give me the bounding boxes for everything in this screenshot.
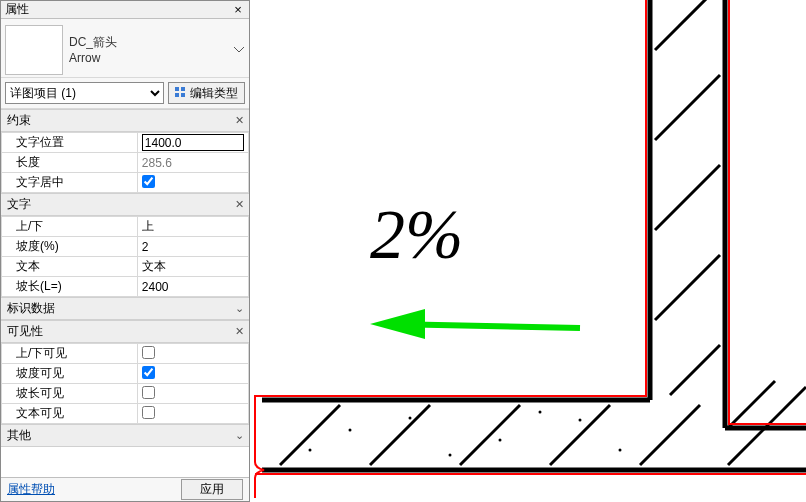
input-text-position[interactable] [142, 134, 244, 151]
properties-panel: 属性 × DC_箭头 Arrow 详图项目 (1) 编辑类型 约束 ✕ [0, 0, 250, 502]
type-selector[interactable]: DC_箭头 Arrow [1, 19, 249, 78]
cell-text-center[interactable] [137, 173, 248, 193]
svg-point-22 [349, 429, 352, 432]
svg-line-18 [370, 405, 430, 465]
property-grid: 约束 ✕ 文字位置 长度 285.6 文字居中 文字 [1, 109, 249, 477]
svg-point-28 [539, 411, 542, 414]
label-slope-visible: 坡度可见 [2, 364, 138, 384]
svg-line-21 [640, 405, 700, 465]
chevron-down-icon [234, 47, 244, 53]
svg-rect-1 [181, 87, 185, 91]
svg-point-29 [619, 449, 622, 452]
slope-annotation-text: 2% [370, 200, 463, 270]
expand-icon[interactable]: ⌄ [235, 302, 243, 315]
row-slope-visible: 坡度可见 [2, 364, 249, 384]
svg-line-20 [550, 405, 610, 465]
group-other-header[interactable]: 其他 ⌄ [1, 424, 249, 447]
label-len-visible: 坡长可见 [2, 384, 138, 404]
checkbox-slope-visible[interactable] [142, 366, 155, 379]
group-other-title: 其他 [7, 427, 31, 444]
cell-ud-visible[interactable] [137, 344, 248, 364]
group-constraints-title: 约束 [7, 112, 31, 129]
cell-len-visible[interactable] [137, 384, 248, 404]
edit-type-button[interactable]: 编辑类型 [168, 82, 245, 104]
svg-point-24 [499, 439, 502, 442]
row-len-visible: 坡长可见 [2, 384, 249, 404]
value-slope-len[interactable]: 2400 [137, 277, 248, 297]
row-text-center: 文字居中 [2, 173, 249, 193]
collapse-icon[interactable]: ✕ [235, 325, 243, 338]
group-identity-header[interactable]: 标识数据 ⌄ [1, 297, 249, 320]
panel-title-text: 属性 [5, 1, 29, 18]
checkbox-len-visible[interactable] [142, 386, 155, 399]
type-labels: DC_箭头 Arrow [69, 35, 227, 65]
checkbox-text-center[interactable] [142, 175, 155, 188]
svg-line-15 [728, 381, 775, 428]
filter-dropdown[interactable]: 详图项目 (1) [5, 82, 164, 104]
label-slope: 坡度(%) [2, 237, 138, 257]
row-slope: 坡度(%) 2 [2, 237, 249, 257]
panel-close-button[interactable]: × [231, 3, 245, 17]
type-subname: Arrow [69, 51, 227, 65]
value-text[interactable]: 文本 [137, 257, 248, 277]
row-ud-visible: 上/下可见 [2, 344, 249, 364]
row-slope-len: 坡长(L=) 2400 [2, 277, 249, 297]
svg-line-11 [655, 75, 720, 140]
svg-line-12 [655, 165, 720, 230]
filter-row: 详图项目 (1) 编辑类型 [1, 78, 249, 109]
apply-button[interactable]: 应用 [181, 479, 243, 500]
group-constraints-header[interactable]: 约束 ✕ [1, 109, 249, 132]
row-length: 长度 285.6 [2, 153, 249, 173]
row-text: 文本 文本 [2, 257, 249, 277]
row-up-down: 上/下 上 [2, 217, 249, 237]
type-dropdown-arrow[interactable] [233, 26, 245, 74]
cell-text-position[interactable] [137, 133, 248, 153]
checkbox-ud-visible[interactable] [142, 346, 155, 359]
type-name: DC_箭头 [69, 35, 227, 49]
edit-type-label: 编辑类型 [190, 85, 238, 102]
properties-help-link[interactable]: 属性帮助 [7, 481, 55, 498]
group-identity-title: 标识数据 [7, 300, 55, 317]
slope-arrow [370, 309, 580, 339]
value-slope[interactable]: 2 [137, 237, 248, 257]
panel-footer: 属性帮助 应用 [1, 477, 249, 501]
svg-line-17 [280, 405, 340, 465]
svg-point-26 [309, 449, 312, 452]
label-up-down: 上/下 [2, 217, 138, 237]
svg-point-23 [409, 417, 412, 420]
svg-point-27 [449, 454, 452, 457]
svg-line-14 [670, 345, 720, 395]
svg-line-13 [655, 255, 720, 320]
drawing-canvas[interactable]: 2% [250, 0, 806, 502]
cell-text-visible[interactable] [137, 404, 248, 424]
svg-rect-2 [175, 93, 179, 97]
group-visibility-title: 可见性 [7, 323, 43, 340]
svg-rect-0 [175, 87, 179, 91]
label-ud-visible: 上/下可见 [2, 344, 138, 364]
cell-slope-visible[interactable] [137, 364, 248, 384]
label-text-position: 文字位置 [2, 133, 138, 153]
svg-point-25 [579, 419, 582, 422]
svg-rect-3 [181, 93, 185, 97]
value-up-down[interactable]: 上 [137, 217, 248, 237]
label-length: 长度 [2, 153, 138, 173]
group-text-title: 文字 [7, 196, 31, 213]
row-text-visible: 文本可见 [2, 404, 249, 424]
label-text: 文本 [2, 257, 138, 277]
value-length: 285.6 [137, 153, 248, 173]
collapse-icon[interactable]: ✕ [235, 114, 243, 127]
svg-marker-32 [370, 309, 425, 339]
label-text-center: 文字居中 [2, 173, 138, 193]
group-visibility-header[interactable]: 可见性 ✕ [1, 320, 249, 343]
type-thumbnail [5, 25, 63, 75]
row-text-position: 文字位置 [2, 133, 249, 153]
collapse-icon[interactable]: ✕ [235, 198, 243, 211]
canvas-svg [250, 0, 806, 502]
group-text-header[interactable]: 文字 ✕ [1, 193, 249, 216]
svg-line-19 [460, 405, 520, 465]
expand-icon[interactable]: ⌄ [235, 429, 243, 442]
edit-type-icon [175, 87, 187, 99]
checkbox-text-visible[interactable] [142, 406, 155, 419]
svg-line-10 [655, 0, 720, 50]
label-text-visible: 文本可见 [2, 404, 138, 424]
